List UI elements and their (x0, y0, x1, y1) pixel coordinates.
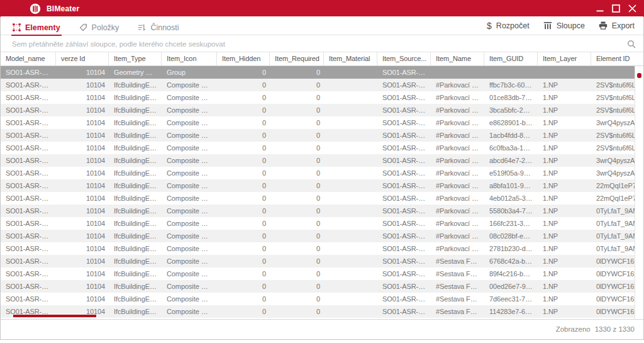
cell-model_name: SO01-ASR-varia... (1, 104, 56, 116)
vertical-scrollbar-thumb[interactable] (637, 73, 641, 78)
column-header-item_type[interactable]: Item_Type (109, 52, 162, 65)
titlebar[interactable]: BIMeater (0, 0, 644, 17)
cell-item_material (324, 293, 377, 305)
table-row[interactable]: SO01-ASR-varia...10104IfcBuildingElem...… (1, 129, 643, 142)
column-header-item_hidden[interactable]: Item_Hidden (217, 52, 270, 65)
cell-item_source: SO01-ASR-varia... (377, 116, 431, 129)
tab-cinnosti[interactable]: Činnosti (136, 20, 180, 36)
cell-model_name: SO01-ASR-varia... (1, 79, 56, 91)
cell-verze_id: 10104 (56, 280, 109, 293)
table-row[interactable]: SO01-ASR-varia...10104IfcBuildingElem...… (1, 242, 643, 255)
close-button[interactable] (627, 3, 638, 14)
cell-item_material (324, 142, 377, 154)
column-header-item_name[interactable]: Item_Name (431, 52, 484, 65)
column-header-element_id[interactable]: Element ID (591, 52, 643, 65)
cell-verze_id: 10104 (56, 192, 109, 205)
cell-item_required: 0 (270, 79, 324, 91)
tab-label: Elementy (25, 23, 60, 32)
table-row[interactable]: SO01-ASR-varia...10104IfcBuildingElem...… (1, 293, 643, 305)
table-row[interactable]: SO01-ASR-varia...10104IfcBuildingElem...… (1, 104, 643, 116)
cell-verze_id: 10104 (56, 242, 109, 255)
table-row[interactable]: SO01-ASR-varia...10104IfcBuildingElem...… (1, 116, 643, 129)
column-header-item_required[interactable]: Item_Required (270, 52, 324, 65)
sloupce-button[interactable]: Sloupce (543, 21, 585, 30)
cell-item_guid: 6768c42a-b33b... (484, 255, 538, 267)
rozpocet-button[interactable]: $ Rozpočet (487, 21, 530, 31)
cell-item_guid: 5580b3a4-7fe4-... (484, 205, 538, 217)
cell-item_source: SO01-ASR-varia... (377, 79, 431, 91)
tab-polozky[interactable]: Položky (78, 20, 121, 36)
cell-item_required: 0 (270, 66, 324, 79)
cell-item_material (324, 192, 377, 205)
column-header-item_source[interactable]: Item_Source... (377, 52, 431, 65)
cell-item_hidden: 0 (217, 230, 270, 242)
table-row[interactable]: SO01-ASR-varia...10104IfcBuildingElem...… (1, 167, 643, 179)
cell-item_hidden: 0 (217, 242, 270, 255)
column-header-model_name[interactable]: Model_name (1, 52, 56, 65)
table-row[interactable]: SO01-ASR-varia...10104IfcBuildingElem...… (1, 205, 643, 217)
cell-item_type: IfcBuildingElem... (109, 293, 162, 305)
table-row[interactable]: SO01-ASR-varia...10104IfcBuildingElem...… (1, 230, 643, 242)
cell-item_material (324, 242, 377, 255)
cell-item_hidden: 0 (217, 154, 270, 167)
cell-item_layer: 1.NP (538, 129, 591, 142)
cell-item_hidden: 0 (217, 255, 270, 267)
table-row[interactable]: SO01-ASR-varia...10104IfcBuildingElem...… (1, 91, 643, 104)
cell-item_layer: 1.NP (538, 255, 591, 267)
cell-item_guid: abcd64e7-28f3-... (484, 154, 538, 167)
cell-item_icon: Composite Obje... (162, 91, 217, 104)
cell-item_material (324, 280, 377, 293)
column-header-verze_id[interactable]: verze Id (56, 52, 109, 65)
cell-item_material (324, 230, 377, 242)
table-row[interactable]: SO01-ASR-varia...10104IfcBuildingElem...… (1, 255, 643, 267)
cell-verze_id: 10104 (56, 267, 109, 280)
table-row[interactable]: SO01-ASR-varia...10104Geometry GroupGrou… (1, 66, 643, 79)
horizontal-scrollbar-thumb[interactable] (13, 315, 96, 317)
maximize-button[interactable] (611, 3, 621, 14)
tab-bar: Elementy Položky (1, 16, 643, 35)
cell-item_required: 0 (270, 116, 324, 129)
export-button[interactable]: Export (599, 21, 635, 30)
minimize-button[interactable] (594, 3, 605, 14)
table-row[interactable]: SO01-ASR-varia...10104IfcBuildingElem...… (1, 267, 643, 280)
cell-item_icon: Composite Obje... (162, 129, 217, 142)
cell-item_guid: 89f4c216-bc2c-... (484, 267, 538, 280)
table-row[interactable]: SO01-ASR-varia...10104IfcBuildingElem...… (1, 154, 643, 167)
table-row[interactable]: SO01-ASR-varia...10104IfcBuildingElem...… (1, 142, 643, 154)
cell-item_material (324, 104, 377, 116)
cell-item_name: #Parkovací stán... (431, 242, 484, 255)
column-header-item_icon[interactable]: Item_Icon (162, 52, 217, 65)
table-row[interactable]: SO01-ASR-varia...10104IfcBuildingElem...… (1, 305, 643, 318)
table-row[interactable]: SO01-ASR-varia...10104IfcBuildingElem...… (1, 79, 643, 91)
cell-item_guid: 08c028bf-e97d-... (484, 230, 538, 242)
tag-icon (79, 23, 87, 31)
cell-item_guid: 7d6eec31-76d6... (484, 293, 538, 305)
cell-item_type: IfcBuildingElem... (109, 142, 162, 154)
cell-item_required: 0 (270, 217, 324, 230)
column-header-item_guid[interactable]: Item_GUID (484, 52, 538, 65)
cell-item_layer: 1.NP (538, 154, 591, 167)
search-icon[interactable] (627, 40, 643, 48)
cell-item_layer: 1.NP (538, 230, 591, 242)
cell-model_name: SO01-ASR-varia... (1, 267, 56, 280)
cell-item_source: SO01-ASR-varia... (377, 154, 431, 167)
cell-item_layer: 1.NP (538, 79, 591, 91)
tab-elementy[interactable]: Elementy (11, 20, 62, 36)
cell-item_layer: 1.NP (538, 142, 591, 154)
table-row[interactable]: SO01-ASR-varia...10104IfcBuildingElem...… (1, 192, 643, 205)
cell-verze_id: 10104 (56, 129, 109, 142)
table-row[interactable]: SO01-ASR-varia...10104IfcBuildingElem...… (1, 280, 643, 293)
column-header-item_material[interactable]: Item_Material (324, 52, 377, 65)
cell-item_source: SO01-ASR-varia... (377, 129, 431, 142)
column-header-item_layer[interactable]: Item_Layer (538, 52, 591, 65)
vertical-scrollbar[interactable] (635, 66, 643, 319)
cell-item_type: IfcBuildingElem... (109, 205, 162, 217)
cell-item_required: 0 (270, 293, 324, 305)
table-row[interactable]: SO01-ASR-varia...10104IfcBuildingElem...… (1, 217, 643, 230)
group-by-bar[interactable]: Sem přetáhněte záhlaví sloupce, podle kt… (1, 36, 643, 52)
cell-item_icon: Composite Obje... (162, 167, 217, 179)
cell-item_icon: Composite Obje... (162, 205, 217, 217)
cell-item_source: SO01-ASR-varia... (377, 167, 431, 179)
table-row[interactable]: SO01-ASR-varia...10104IfcBuildingElem...… (1, 179, 643, 192)
cell-model_name: SO01-ASR-varia... (1, 142, 56, 154)
